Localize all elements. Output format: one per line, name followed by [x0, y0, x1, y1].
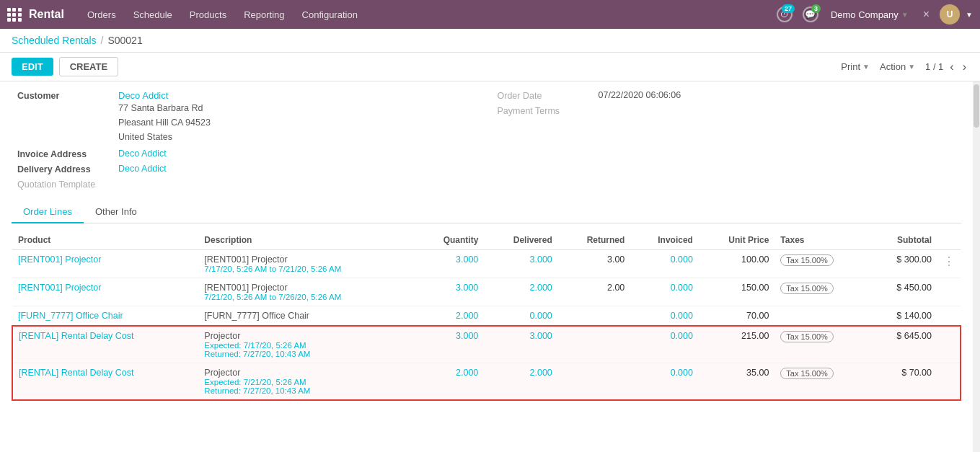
- form-columns: Customer Deco Addict 77 Santa Barbara Rd…: [17, 90, 955, 194]
- col-subtotal: Subtotal: [869, 231, 937, 250]
- delivery-address-row: Delivery Address Deco Addict: [17, 164, 476, 174]
- invoice-address-value[interactable]: Deco Addict: [118, 149, 167, 159]
- cell-more: [937, 278, 961, 306]
- cell-quantity: 2.000: [416, 306, 485, 327]
- print-label: Print: [841, 61, 860, 72]
- order-date-row: Order Date 07/22/2020 06:06:06: [498, 90, 956, 101]
- table-row: [RENTAL] Rental Delay CostProjectorExpec…: [12, 326, 961, 363]
- scrollbar-track[interactable]: [973, 81, 980, 452]
- tab-other-info-label: Other Info: [95, 206, 137, 217]
- customer-label: Customer: [17, 90, 118, 101]
- pager-next[interactable]: ›: [961, 61, 968, 74]
- col-description: Description: [198, 231, 415, 250]
- main-content: Customer Deco Addict 77 Santa Barbara Rd…: [0, 81, 973, 450]
- message-count: 3: [811, 4, 821, 13]
- cell-delivered: 3.000: [484, 250, 557, 278]
- cell-unit-price: 70.00: [699, 306, 774, 327]
- print-dropdown[interactable]: Print ▼: [841, 61, 870, 72]
- cell-subtotal: $ 300.00: [869, 250, 937, 278]
- topbar-right: ⏱ 27 💬 3 Demo Company ▼ × U ▼: [774, 4, 973, 25]
- cell-description: [RENT001] Projector7/17/20, 5:26 AM to 7…: [198, 250, 415, 278]
- cell-returned: [558, 306, 631, 327]
- tab-other-info[interactable]: Other Info: [84, 201, 149, 223]
- breadcrumb-parent[interactable]: Scheduled Rentals: [12, 35, 97, 46]
- cell-delivered: 2.000: [484, 278, 557, 306]
- cell-description: [FURN_7777] Office Chair: [198, 306, 415, 327]
- activity-badge[interactable]: ⏱ 27: [774, 4, 795, 25]
- col-quantity: Quantity: [416, 231, 485, 250]
- col-unit-price: Unit Price: [699, 231, 774, 250]
- avatar[interactable]: U: [940, 4, 960, 25]
- invoice-address-label: Invoice Address: [17, 149, 118, 159]
- cell-product[interactable]: [RENT001] Projector: [12, 250, 198, 278]
- more-options-icon[interactable]: ⋮: [943, 255, 955, 267]
- cell-product[interactable]: [RENT001] Projector: [12, 278, 198, 306]
- tabs-bar: Order Lines Other Info: [12, 201, 961, 223]
- table-row: [RENTAL] Rental Delay CostProjectorExpec…: [12, 363, 961, 401]
- col-returned: Returned: [558, 231, 631, 250]
- customer-value[interactable]: Deco Addict: [118, 90, 211, 101]
- delivery-address-value[interactable]: Deco Addict: [118, 164, 167, 174]
- col-taxes: Taxes: [774, 231, 869, 250]
- form-section: Customer Deco Addict 77 Santa Barbara Rd…: [12, 90, 961, 201]
- toolbar-actions: Print ▼ Action ▼ 1 / 1 ‹ ›: [841, 61, 968, 74]
- app-grid-icon[interactable]: [7, 8, 22, 22]
- cell-more: [937, 326, 961, 363]
- cell-taxes: Tax 15.00%: [774, 326, 869, 363]
- cell-unit-price: 100.00: [699, 250, 774, 278]
- nav-products[interactable]: Products: [182, 6, 234, 23]
- action-label: Action: [880, 61, 906, 72]
- tab-order-lines[interactable]: Order Lines: [12, 201, 84, 223]
- print-caret: ▼: [862, 63, 870, 71]
- cell-product[interactable]: [RENTAL] Rental Delay Cost: [12, 363, 198, 401]
- cell-more: [937, 363, 961, 401]
- cell-product[interactable]: [FURN_7777] Office Chair: [12, 306, 198, 327]
- cell-product[interactable]: [RENTAL] Rental Delay Cost: [12, 326, 198, 363]
- cell-subtotal: $ 450.00: [869, 278, 937, 306]
- action-dropdown[interactable]: Action ▼: [880, 61, 915, 72]
- cell-invoiced: 0.000: [630, 363, 699, 401]
- cell-quantity: 3.000: [416, 326, 485, 363]
- nav-orders[interactable]: Orders: [80, 6, 123, 23]
- order-date-label: Order Date: [498, 90, 599, 101]
- breadcrumb-current: S00021: [107, 35, 142, 46]
- cell-quantity: 3.000: [416, 278, 485, 306]
- col-delivered: Delivered: [484, 231, 557, 250]
- cell-returned: [558, 326, 631, 363]
- cell-returned: 3.00: [558, 250, 631, 278]
- scrollbar-thumb[interactable]: [974, 84, 979, 128]
- nav-configuration[interactable]: Configuration: [295, 6, 365, 23]
- delivery-address-label: Delivery Address: [17, 164, 118, 174]
- pager: 1 / 1 ‹ ›: [925, 61, 968, 74]
- nav-reporting[interactable]: Reporting: [237, 6, 291, 23]
- order-date-value: 07/22/2020 06:06:06: [599, 90, 681, 100]
- toolbar: EDIT CREATE Print ▼ Action ▼ 1 / 1 ‹ ›: [0, 53, 980, 81]
- cell-taxes: Tax 15.00%: [774, 363, 869, 401]
- cell-subtotal: $ 70.00: [869, 363, 937, 401]
- cell-invoiced: 0.000: [630, 326, 699, 363]
- cell-delivered: 0.000: [484, 306, 557, 327]
- order-lines-table: Product Description Quantity Delivered R…: [12, 231, 961, 401]
- pager-text: 1 / 1: [925, 61, 943, 72]
- activity-count: 27: [782, 4, 795, 13]
- content-wrapper: Customer Deco Addict 77 Santa Barbara Rd…: [0, 81, 980, 452]
- company-selector[interactable]: Demo Company ▼: [826, 8, 913, 22]
- cell-taxes: [774, 306, 869, 327]
- nav-schedule[interactable]: Schedule: [126, 6, 180, 23]
- table-row: [RENT001] Projector[RENT001] Projector7/…: [12, 278, 961, 306]
- customer-address: 77 Santa Barbara RdPleasant Hill CA 9452…: [118, 101, 211, 144]
- tab-order-lines-label: Order Lines: [23, 206, 72, 217]
- create-button[interactable]: CREATE: [59, 57, 118, 76]
- cell-subtotal: $ 645.00: [869, 326, 937, 363]
- close-button[interactable]: ×: [919, 6, 934, 22]
- message-badge[interactable]: 💬 3: [800, 4, 821, 25]
- app-title: Rental: [29, 8, 64, 21]
- payment-terms-label: Payment Terms: [498, 105, 599, 116]
- quotation-template-label: Quotation Template: [17, 179, 118, 190]
- cell-quantity: 3.000: [416, 250, 485, 278]
- edit-button[interactable]: EDIT: [12, 58, 53, 76]
- customer-info: Deco Addict 77 Santa Barbara RdPleasant …: [118, 90, 211, 144]
- pager-prev[interactable]: ‹: [948, 61, 955, 74]
- action-caret: ▼: [908, 63, 915, 71]
- cell-unit-price: 150.00: [699, 278, 774, 306]
